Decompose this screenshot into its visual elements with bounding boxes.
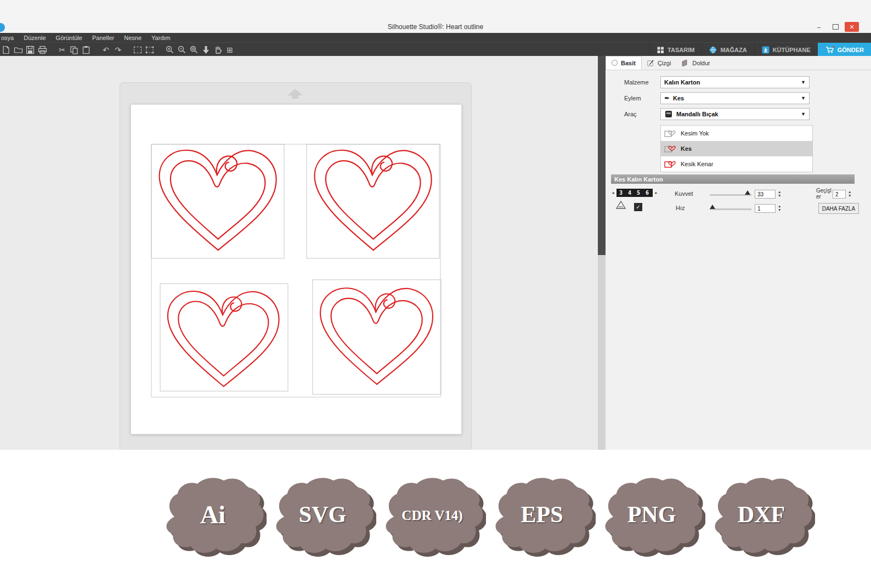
- heart-bottom-left[interactable]: [168, 291, 279, 386]
- zoom-in-icon[interactable]: [163, 44, 176, 55]
- tab-doldur[interactable]: Doldur: [676, 56, 715, 70]
- speed-value[interactable]: 1: [755, 204, 776, 213]
- tab-kutuphane-label: KÜTÜPHANE: [773, 47, 811, 53]
- save-icon[interactable]: [24, 44, 36, 55]
- undo-icon[interactable]: ↶: [100, 44, 112, 55]
- selection-box-top-left[interactable]: [151, 144, 284, 258]
- window-controls: – ✕: [812, 22, 859, 32]
- tab-kutuphane[interactable]: KÜTÜPHANE: [754, 43, 818, 57]
- mat-arrow-icon: [286, 87, 304, 103]
- group-selection-box[interactable]: [151, 144, 440, 397]
- zoom-region-icon[interactable]: [188, 44, 200, 55]
- close-button[interactable]: ✕: [845, 22, 859, 32]
- blade-right-icon[interactable]: ►: [654, 191, 658, 195]
- badge-cdr: CDR V14) CDR V14): [378, 474, 486, 558]
- action-row: Eylem ✒ Kes ▼: [624, 92, 810, 105]
- force-label: Kuvvet: [675, 190, 693, 197]
- badge-ai-label: Ai: [200, 501, 225, 529]
- fill-style-icon: [682, 59, 689, 66]
- test-checkbox[interactable]: ✓: [634, 203, 642, 211]
- stepper-down-icon[interactable]: ▼: [778, 208, 781, 212]
- badge-png-label: PNG: [627, 502, 676, 527]
- app-window: Silhouette Studio®: Heart outline – ✕ os…: [0, 0, 871, 588]
- action-dropdown[interactable]: ✒ Kes ▼: [660, 92, 810, 104]
- option-kes[interactable]: Kes: [661, 141, 812, 156]
- toolbar: ✂ ↶ ↷ ⊞ TASARIM MAĞAZA KÜTÜPHAN: [0, 42, 871, 56]
- redo-icon[interactable]: ↷: [112, 44, 124, 55]
- passes-value[interactable]: 2: [833, 190, 846, 199]
- tab-cizgi[interactable]: Çizgi: [642, 56, 676, 70]
- option-kesik-kenar[interactable]: Kesik Kenar: [661, 156, 812, 172]
- force-stepper: ▲ ▼: [778, 190, 781, 197]
- blade-left-icon[interactable]: ◄: [611, 191, 615, 195]
- force-slider[interactable]: [710, 194, 751, 196]
- pan-hand-icon[interactable]: [212, 44, 224, 55]
- option-kesim-yok[interactable]: Kesim Yok: [661, 126, 812, 141]
- tab-tasarim[interactable]: TASARIM: [649, 43, 702, 57]
- menu-paneller[interactable]: Paneller: [87, 35, 119, 41]
- option-kesik-kenar-label: Kesik Kenar: [681, 161, 713, 167]
- pen-icon: ✒: [664, 94, 670, 102]
- option-kesim-yok-label: Kesim Yok: [681, 130, 709, 137]
- badge-eps: EPS EPS: [488, 474, 596, 558]
- tab-doldur-label: Doldur: [692, 60, 710, 66]
- print-icon[interactable]: [36, 44, 48, 55]
- stepper-down-icon[interactable]: ▼: [778, 194, 781, 198]
- chevron-down-icon: ▼: [801, 95, 806, 101]
- stepper-down-icon[interactable]: ▼: [848, 194, 851, 198]
- copy-icon[interactable]: [68, 44, 80, 55]
- scrollbar-thumb[interactable]: [598, 56, 606, 255]
- paste-icon[interactable]: [80, 44, 92, 55]
- open-file-icon[interactable]: [12, 44, 24, 55]
- cut-icon[interactable]: ✂: [56, 44, 68, 55]
- zoom-out-icon[interactable]: [176, 44, 188, 55]
- menu-duzenle[interactable]: Düzenle: [19, 35, 50, 41]
- force-slider-thumb[interactable]: [745, 190, 750, 195]
- speed-slider[interactable]: [710, 208, 751, 210]
- menu-nesne[interactable]: Nesne: [119, 35, 146, 41]
- more-button[interactable]: DAHA FAZLA: [818, 203, 859, 214]
- menu-goruntule[interactable]: Görüntüle: [51, 35, 87, 41]
- heart-bottom-right[interactable]: [320, 288, 433, 384]
- menu-bar: osya Düzenle Görüntüle Paneller Nesne Ya…: [0, 33, 871, 42]
- select-rect-icon[interactable]: [132, 44, 144, 55]
- select-points-icon[interactable]: [144, 44, 156, 55]
- drag-icon[interactable]: [200, 44, 212, 55]
- maximize-button[interactable]: [828, 22, 842, 32]
- selection-box-bottom-right[interactable]: [313, 280, 441, 394]
- tool-value: Mandallı Bıçak: [676, 111, 798, 117]
- selection-box-top-right[interactable]: [307, 144, 439, 258]
- chevron-down-icon: ▼: [801, 80, 806, 85]
- line-style-icon: [647, 59, 654, 66]
- menu-dosya[interactable]: osya: [0, 35, 19, 41]
- heart-top-left[interactable]: [160, 150, 276, 250]
- minimize-button[interactable]: –: [812, 22, 826, 32]
- blade-depth-widget[interactable]: ◄ 3 4 5 6 ►: [611, 189, 658, 197]
- heart-top-right[interactable]: [315, 150, 432, 250]
- menu-yardim[interactable]: Yardım: [146, 35, 176, 41]
- workspace: Basit Çizgi Doldur Malzeme Kalın Karton …: [0, 56, 871, 450]
- store-globe-icon: [709, 46, 717, 54]
- speed-stepper: ▲ ▼: [778, 205, 781, 212]
- speed-slider-thumb[interactable]: [710, 205, 715, 209]
- fit-page-icon[interactable]: ⊞: [224, 44, 236, 55]
- new-file-icon[interactable]: [0, 44, 12, 55]
- vertical-scrollbar[interactable]: [598, 56, 606, 450]
- tool-dropdown[interactable]: Mandallı Bıçak ▼: [660, 108, 810, 120]
- tab-gonder[interactable]: GÖNDER: [818, 43, 871, 57]
- design-page[interactable]: [131, 104, 462, 434]
- passes-label: Geçişl er: [816, 188, 832, 200]
- tab-cizgi-label: Çizgi: [658, 60, 671, 66]
- badge-svg: SVG SVG: [269, 474, 376, 558]
- passes-stepper: ▲ ▼: [848, 190, 851, 197]
- action-label: Eylem: [624, 95, 660, 101]
- force-value[interactable]: 33: [755, 190, 776, 199]
- material-row: Malzeme Kalın Karton ▼: [624, 76, 810, 89]
- radio-icon: [612, 60, 618, 66]
- tab-magaza[interactable]: MAĞAZA: [702, 43, 754, 57]
- window-title: Silhouette Studio®: Heart outline: [0, 23, 871, 31]
- design-canvas[interactable]: [0, 56, 598, 450]
- tab-basit[interactable]: Basit: [606, 56, 642, 70]
- tab-basit-label: Basit: [621, 60, 636, 66]
- material-dropdown[interactable]: Kalın Karton ▼: [660, 76, 810, 88]
